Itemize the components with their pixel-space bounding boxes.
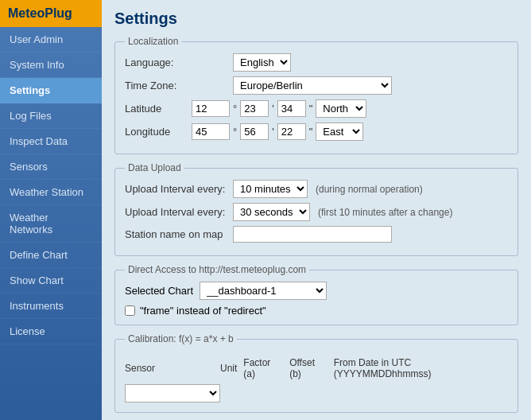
upload-interval1-note: (during normal operation) — [316, 184, 423, 195]
factor-cell — [243, 383, 289, 404]
language-row: Language: English — [125, 53, 508, 72]
calibration-data-row — [125, 383, 508, 404]
col-unit: Unit — [220, 356, 243, 383]
direct-access-section: Direct Access to http://test.meteoplug.c… — [114, 264, 518, 325]
sidebar-item-settings[interactable]: Settings — [0, 78, 102, 103]
latitude-deg-input[interactable] — [192, 100, 230, 117]
upload-interval2-label: Upload Interval every: — [125, 206, 228, 218]
sensor-cell — [125, 383, 220, 404]
direct-access-legend: Direct Access to http://test.meteoplug.c… — [125, 264, 309, 275]
station-name-row: Station name on map — [125, 226, 508, 243]
longitude-dir-select[interactable]: East West — [316, 122, 363, 141]
calibration-section: Calibration: f(x) = a*x + b Sensor Unit … — [114, 333, 518, 413]
sidebar-item-weather-networks[interactable]: Weather Networks — [0, 205, 102, 243]
sidebar-item-instruments[interactable]: Instruments — [0, 294, 102, 319]
timezone-select[interactable]: Europe/Berlin — [233, 76, 392, 95]
data-upload-legend: Data Upload — [125, 162, 184, 173]
sidebar: MeteoPlug User AdminSystem InfoSettingsL… — [0, 0, 102, 420]
deg-symbol: ° — [233, 103, 237, 115]
sidebar-item-weather-station[interactable]: Weather Station — [0, 180, 102, 205]
min-symbol: ' — [272, 103, 273, 115]
from-date-cell — [334, 383, 508, 404]
unit-cell — [220, 383, 243, 404]
latitude-label: Latitude — [125, 103, 188, 115]
latitude-sec-input[interactable] — [277, 100, 306, 117]
sidebar-item-show-chart[interactable]: Show Chart — [0, 268, 102, 294]
logo: MeteoPlug — [0, 0, 102, 27]
col-from-date: From Date in UTC (YYYYMMDDhhmmss) — [334, 356, 508, 383]
upload-interval2-note: (first 10 minutes after a change) — [318, 207, 452, 218]
nav-menu: User AdminSystem InfoSettingsLog FilesIn… — [0, 27, 102, 344]
longitude-min-input[interactable] — [240, 123, 269, 140]
sidebar-item-sensors[interactable]: Sensors — [0, 154, 102, 180]
col-sensor: Sensor — [125, 356, 220, 383]
upload-interval1-label: Upload Interval every: — [125, 183, 228, 195]
sidebar-item-inspect-data[interactable]: Inspect Data — [0, 129, 102, 154]
longitude-sec-input[interactable] — [277, 123, 306, 140]
timezone-row: Time Zone: Europe/Berlin — [125, 76, 508, 95]
upload-interval2-row: Upload Interval every: 30 seconds 10 sec… — [125, 203, 508, 221]
upload-interval1-select[interactable]: 10 minutes 5 minutes 15 minutes 30 minut… — [233, 180, 308, 198]
language-label: Language: — [125, 56, 228, 68]
upload-interval1-row: Upload Interval every: 10 minutes 5 minu… — [125, 180, 508, 198]
station-name-input[interactable] — [233, 226, 392, 243]
localization-legend: Localization — [125, 36, 181, 47]
sec-symbol2: " — [309, 126, 313, 138]
latitude-dir-select[interactable]: North South — [316, 99, 366, 118]
selected-chart-select[interactable]: __dashboard-1 — [200, 282, 327, 300]
calibration-header-row: Sensor Unit Factor (a) Offset (b) From D… — [125, 356, 508, 383]
sidebar-item-system-info[interactable]: System Info — [0, 52, 102, 78]
sidebar-item-license[interactable]: License — [0, 319, 102, 344]
calibration-legend: Calibration: f(x) = a*x + b — [125, 333, 237, 344]
deg-symbol2: ° — [233, 126, 237, 138]
page-title: Settings — [114, 10, 518, 28]
upload-interval2-select[interactable]: 30 seconds 10 seconds 60 seconds — [233, 203, 310, 221]
latitude-row: Latitude ° ' " North South — [125, 99, 508, 118]
latitude-min-input[interactable] — [240, 100, 269, 117]
sidebar-item-define-chart[interactable]: Define Chart — [0, 243, 102, 268]
longitude-label: Longitude — [125, 126, 188, 138]
data-upload-section: Data Upload Upload Interval every: 10 mi… — [114, 162, 518, 256]
min-symbol2: ' — [272, 126, 273, 138]
timezone-label: Time Zone: — [125, 80, 228, 91]
longitude-deg-input[interactable] — [192, 123, 230, 140]
frame-redirect-checkbox[interactable] — [125, 305, 135, 316]
sensor-select[interactable] — [125, 384, 220, 402]
selected-chart-row: Selected Chart __dashboard-1 — [125, 282, 508, 300]
frame-redirect-label: "frame" instead of "redirect" — [140, 305, 266, 317]
offset-cell — [289, 383, 334, 404]
col-factor: Factor (a) — [243, 356, 289, 383]
col-offset: Offset (b) — [289, 356, 334, 383]
sidebar-item-log-files[interactable]: Log Files — [0, 103, 102, 129]
main-content: Settings Localization Language: English … — [102, 0, 531, 420]
sec-symbol: " — [309, 103, 313, 115]
longitude-row: Longitude ° ' " East West — [125, 122, 508, 141]
station-name-label: Station name on map — [125, 228, 228, 240]
sidebar-item-user-admin[interactable]: User Admin — [0, 27, 102, 52]
localization-section: Localization Language: English Time Zone… — [114, 36, 518, 154]
language-select[interactable]: English — [233, 53, 291, 72]
calibration-table: Sensor Unit Factor (a) Offset (b) From D… — [125, 356, 508, 404]
frame-redirect-row: "frame" instead of "redirect" — [125, 305, 508, 317]
selected-chart-label: Selected Chart — [125, 285, 193, 297]
